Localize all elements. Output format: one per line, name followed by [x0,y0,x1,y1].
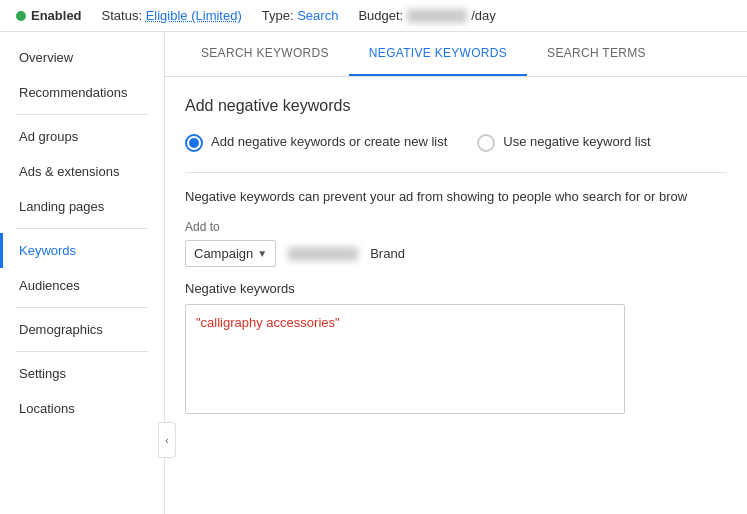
sidebar-collapse-button[interactable]: ‹ [158,422,176,458]
add-to-section: Add to Campaign ▼ Brand [185,220,727,267]
radio-option-list[interactable]: Use negative keyword list [477,133,650,152]
radio-group: Add negative keywords or create new list… [185,133,727,152]
sidebar-item-locations[interactable]: Locations [0,391,164,426]
sidebar-item-ad-groups[interactable]: Ad groups [0,119,164,154]
sidebar-item-demographics[interactable]: Demographics [0,312,164,347]
neg-kw-label: Negative keywords [185,281,727,296]
radio-add-circle[interactable] [185,134,203,152]
sidebar-item-landing-pages[interactable]: Landing pages [0,189,164,224]
chevron-down-icon: ▼ [257,248,267,259]
radio-list-circle[interactable] [477,134,495,152]
info-text: Negative keywords can prevent your ad fr… [185,189,727,204]
neg-kw-textarea[interactable]: "calligraphy accessories" [185,304,625,414]
type-label: Type: [262,8,294,23]
sidebar-item-audiences[interactable]: Audiences [0,268,164,303]
negative-keywords-section: Negative keywords "calligraphy accessori… [185,281,727,417]
sidebar-divider-2 [16,228,148,229]
sidebar-item-overview[interactable]: Overview [0,40,164,75]
radio-add-inner [189,138,199,148]
budget-label: Budget: [358,8,403,23]
budget-suffix: /day [471,8,496,23]
section-title: Add negative keywords [185,97,727,115]
sidebar-divider-1 [16,114,148,115]
tab-search-terms[interactable]: SEARCH TERMS [527,32,666,76]
content-body: Add negative keywords Add negative keywo… [165,77,747,437]
radio-list-label: Use negative keyword list [503,133,650,151]
sidebar-item-ads-extensions[interactable]: Ads & extensions [0,154,164,189]
type-item: Type: Search [262,8,339,23]
tab-bar: SEARCH KEYWORDS NEGATIVE KEYWORDS SEARCH… [165,32,747,77]
brand-label: Brand [370,246,405,261]
sidebar-divider-4 [16,351,148,352]
campaign-dropdown[interactable]: Campaign ▼ [185,240,276,267]
enabled-dot [16,11,26,21]
sidebar-item-recommendations[interactable]: Recommendations [0,75,164,110]
radio-add-label: Add negative keywords or create new list [211,133,447,151]
type-value: Search [297,8,338,23]
status-label: Status: [102,8,142,23]
campaign-label: Campaign [194,246,253,261]
tab-negative-keywords[interactable]: NEGATIVE KEYWORDS [349,32,527,76]
budget-item: Budget: /day [358,8,495,23]
radio-option-add[interactable]: Add negative keywords or create new list [185,133,447,152]
sidebar: Overview Recommendations Ad groups Ads &… [0,32,165,514]
tab-search-keywords[interactable]: SEARCH KEYWORDS [181,32,349,76]
status-value[interactable]: Eligible (Limited) [146,8,242,23]
brand-value-blur [288,247,358,261]
enabled-label: Enabled [31,8,82,23]
enabled-status: Enabled [16,8,82,23]
add-to-label: Add to [185,220,727,234]
status-item: Status: Eligible (Limited) [102,8,242,23]
status-bar: Enabled Status: Eligible (Limited) Type:… [0,0,747,32]
content-divider [185,172,727,173]
sidebar-divider-3 [16,307,148,308]
sidebar-item-settings[interactable]: Settings [0,356,164,391]
add-to-controls: Campaign ▼ Brand [185,240,727,267]
budget-value-blur [407,9,467,23]
sidebar-item-keywords[interactable]: Keywords [0,233,164,268]
main-content: SEARCH KEYWORDS NEGATIVE KEYWORDS SEARCH… [165,32,747,514]
